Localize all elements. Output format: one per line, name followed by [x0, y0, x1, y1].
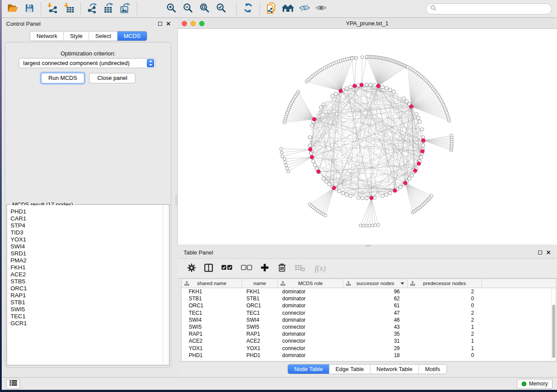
close-panel-icon[interactable]: ✕ [546, 251, 551, 254]
cell-successor-nodes[interactable]: 29 [343, 345, 408, 352]
close-panel-icon[interactable]: ✕ [166, 22, 171, 26]
float-panel-icon[interactable] [538, 251, 542, 254]
mcds-result-item[interactable]: FKH1 [10, 264, 169, 271]
cell-shared-name[interactable]: SWI4 [182, 316, 242, 323]
tab-select[interactable]: Select [89, 31, 117, 41]
cell-MCDS-role[interactable]: dominator [278, 288, 343, 295]
tab-edge-table[interactable]: Edge Table [329, 364, 370, 374]
open-file-button[interactable] [4, 1, 21, 16]
column-header-name[interactable]: name [242, 279, 278, 288]
function-builder-button[interactable]: f(x) [313, 262, 328, 275]
splitter-handle[interactable] [365, 245, 371, 247]
cell-shared-name[interactable]: SWI5 [182, 323, 242, 330]
mcds-result-item[interactable]: STB5 [10, 278, 169, 285]
import-network-button[interactable] [44, 1, 61, 16]
cell-name[interactable]: YOX1 [242, 345, 278, 352]
cell-MCDS-role[interactable]: dominator [278, 352, 343, 359]
cell-shared-name[interactable]: TEC1 [182, 309, 242, 316]
cell-name[interactable]: FKH1 [242, 288, 278, 295]
tab-style[interactable]: Style [63, 31, 89, 41]
delete-column-button[interactable] [277, 262, 287, 275]
show-all-button[interactable] [313, 1, 329, 16]
hide-selected-button[interactable] [296, 1, 313, 16]
cell-name[interactable]: PHD1 [242, 352, 278, 359]
tab-mcds[interactable]: MCDS [117, 31, 146, 41]
tab-node-table[interactable]: Node Table [288, 364, 329, 374]
mcds-list-scrollbar[interactable] [163, 205, 169, 364]
cell-successor-nodes[interactable]: 43 [343, 323, 408, 330]
cell-name[interactable]: RAP1 [242, 330, 278, 337]
mcds-result-item[interactable]: SWI5 [10, 306, 169, 313]
mcds-result-list[interactable]: PHD1CAR1STP4TID3YOX1SWI4SRD1PMA2FKH1ACE2… [7, 205, 169, 364]
cell-shared-name[interactable]: ACE2 [182, 337, 242, 344]
zoom-out-button[interactable] [180, 1, 196, 16]
table-row[interactable]: PHD1PHD1dominator180 [182, 352, 556, 359]
cell-MCDS-role[interactable]: dominator [278, 316, 343, 323]
cell-shared-name[interactable]: FKH1 [182, 288, 242, 295]
table-row[interactable]: RAP1RAP1dominator352 [182, 330, 556, 337]
save-session-button[interactable] [21, 1, 38, 16]
table-row[interactable]: STB1STB1dominator620 [182, 295, 556, 302]
cell-successor-nodes[interactable]: 35 [343, 330, 408, 337]
cell-successor-nodes[interactable]: 18 [343, 352, 408, 359]
first-neighbors-button[interactable] [280, 1, 296, 16]
cell-name[interactable]: TEC1 [242, 309, 278, 316]
cell-shared-name[interactable]: STB1 [182, 295, 242, 302]
cell-name[interactable]: ACE2 [242, 337, 278, 344]
table-row[interactable]: TEC1TEC1connector472 [182, 309, 556, 316]
show-columns-button[interactable] [204, 262, 213, 275]
task-history-button[interactable] [6, 379, 20, 389]
mcds-result-item[interactable]: TEC1 [10, 313, 169, 320]
cell-MCDS-role[interactable]: dominator [278, 330, 343, 337]
mcds-result-item[interactable]: RAP1 [10, 292, 169, 299]
cell-predecessor-nodes[interactable]: 0 [408, 302, 482, 309]
mcds-result-item[interactable]: GCR1 [10, 320, 169, 327]
cell-successor-nodes[interactable]: 46 [343, 316, 408, 323]
add-column-button[interactable] [260, 262, 270, 275]
deselect-all-button[interactable] [240, 262, 253, 275]
tab-network-table[interactable]: Network Table [370, 364, 419, 374]
column-header-shared-name[interactable]: shared name [182, 279, 242, 288]
cell-predecessor-nodes[interactable]: 1 [408, 323, 482, 330]
cell-shared-name[interactable]: ORC1 [182, 302, 242, 309]
cell-name[interactable]: SWI5 [242, 323, 278, 330]
cell-successor-nodes[interactable]: 96 [343, 288, 408, 295]
search-input[interactable] [436, 6, 547, 12]
mcds-result-item[interactable]: ACE2 [10, 271, 169, 278]
cell-MCDS-role[interactable]: connector [278, 323, 343, 330]
cell-MCDS-role[interactable]: connector [278, 309, 343, 316]
table-row[interactable]: YOX1YOX1connector291 [182, 345, 556, 352]
cell-successor-nodes[interactable]: 31 [343, 337, 408, 344]
mcds-result-item[interactable]: PMA2 [10, 257, 169, 264]
zoom-fit-button[interactable] [196, 1, 213, 16]
cell-MCDS-role[interactable]: connector [278, 345, 343, 352]
zoom-selected-button[interactable] [213, 1, 229, 16]
column-header-predecessor-nodes[interactable]: predecessor nodes [408, 279, 482, 288]
cell-shared-name[interactable]: YOX1 [182, 345, 242, 352]
close-panel-button[interactable]: Close panel [89, 73, 135, 83]
cell-predecessor-nodes[interactable]: 0 [408, 352, 482, 359]
cell-successor-nodes[interactable]: 47 [343, 309, 408, 316]
run-mcds-button[interactable]: Run MCDS [41, 73, 84, 83]
mcds-result-item[interactable]: STB1 [10, 299, 169, 306]
table-row[interactable]: SWI4SWI4dominator462 [182, 316, 556, 323]
mcds-result-item[interactable]: TID3 [10, 229, 169, 236]
column-header-successor-nodes[interactable]: successor nodes [343, 279, 408, 288]
search-field[interactable] [426, 3, 552, 14]
cell-name[interactable]: STB1 [242, 295, 278, 302]
tab-network[interactable]: Network [30, 31, 63, 41]
select-all-button[interactable] [221, 262, 233, 275]
table-row[interactable]: ACE2ACE2connector311 [182, 337, 556, 344]
cell-predecessor-nodes[interactable]: 2 [408, 288, 482, 295]
mcds-result-item[interactable]: STP4 [10, 222, 169, 229]
cell-successor-nodes[interactable]: 62 [343, 295, 408, 302]
export-image-button[interactable] [117, 1, 134, 16]
network-graph[interactable] [177, 29, 557, 244]
cell-MCDS-role[interactable]: connector [278, 337, 343, 344]
graph-canvas[interactable] [178, 29, 557, 244]
table-row[interactable]: SWI5SWI5connector431 [182, 323, 556, 330]
cell-MCDS-role[interactable]: dominator [278, 295, 343, 302]
float-panel-icon[interactable] [158, 22, 162, 26]
refresh-view-button[interactable] [240, 1, 256, 16]
criterion-select[interactable]: largest connected component (undirected) [19, 58, 156, 68]
